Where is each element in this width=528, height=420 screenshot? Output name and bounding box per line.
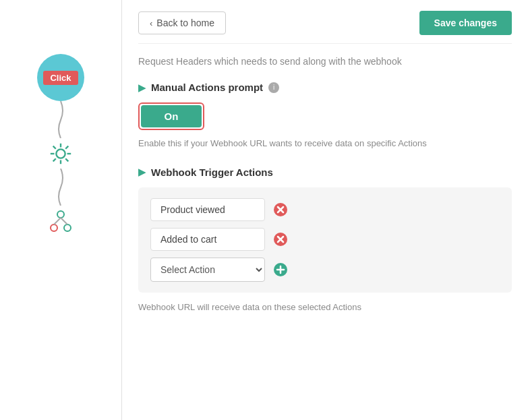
action-row-added-to-cart: Added to cart — [150, 228, 500, 251]
action-row-product-viewed: Product viewed — [150, 198, 500, 221]
svg-line-7 — [65, 146, 68, 148]
toggle-wrapper: On — [138, 102, 204, 130]
svg-line-5 — [53, 146, 56, 148]
webhook-icon — [47, 208, 74, 235]
add-action-button[interactable] — [273, 262, 288, 277]
svg-point-9 — [51, 224, 57, 231]
info-icon[interactable]: i — [268, 82, 279, 93]
wavy-line-2 — [53, 169, 69, 206]
webhook-trigger-header: ▶ Webhook Trigger Actions — [138, 167, 512, 178]
remove-product-viewed-button[interactable] — [273, 202, 288, 217]
back-to-home-button[interactable]: ‹ Back to home — [138, 11, 226, 34]
remove-product-viewed-icon — [273, 202, 288, 217]
select-action-dropdown[interactable]: Select Action Product viewed Added to ca… — [150, 258, 265, 282]
back-to-home-label: Back to home — [156, 18, 214, 28]
manual-actions-title: Manual Actions prompt — [151, 82, 263, 93]
toggle-on-button[interactable]: On — [141, 105, 202, 127]
trigger-box: Product viewed Added to cart — [138, 187, 512, 293]
back-chevron-icon: ‹ — [150, 18, 152, 28]
webhook-trigger-title: Webhook Trigger Actions — [151, 167, 273, 178]
select-action-row: Select Action Product viewed Added to ca… — [150, 258, 500, 282]
wavy-line-1 — [53, 101, 69, 138]
webhook-note-text: Webhook URL will receive data on these s… — [138, 302, 512, 312]
gear-node — [46, 138, 76, 169]
svg-point-10 — [64, 224, 71, 231]
sidebar: Click — [0, 0, 121, 420]
section-arrow-icon: ▶ — [138, 82, 146, 93]
top-bar: ‹ Back to home Save changes — [138, 0, 512, 44]
remove-added-to-cart-button[interactable] — [273, 232, 288, 247]
manual-actions-header: ▶ Manual Actions prompt i — [138, 82, 512, 93]
save-changes-button[interactable]: Save changes — [419, 11, 512, 35]
webhook-node — [46, 206, 76, 236]
trigger-arrow-icon: ▶ — [138, 167, 146, 177]
svg-line-8 — [53, 158, 56, 161]
added-to-cart-label: Added to cart — [150, 228, 265, 251]
click-node: Click — [37, 54, 84, 101]
manual-actions-section: ▶ Manual Actions prompt i On Enable this… — [138, 82, 512, 150]
add-action-icon — [273, 262, 288, 277]
enable-description-text: Enable this if your Webhook URL wants to… — [138, 137, 512, 150]
webhook-trigger-section: ▶ Webhook Trigger Actions Product viewed — [138, 167, 512, 293]
click-label: Click — [43, 71, 78, 85]
svg-point-11 — [57, 211, 64, 218]
svg-line-12 — [54, 218, 61, 224]
request-headers-text: Request Headers which needs to send alon… — [138, 56, 512, 67]
product-viewed-label: Product viewed — [150, 198, 265, 221]
svg-point-0 — [56, 149, 65, 158]
remove-added-to-cart-icon — [273, 232, 288, 247]
svg-line-6 — [65, 158, 68, 161]
gear-icon — [48, 141, 74, 167]
svg-line-13 — [61, 218, 67, 224]
main-content: ‹ Back to home Save changes Request Head… — [121, 0, 528, 420]
